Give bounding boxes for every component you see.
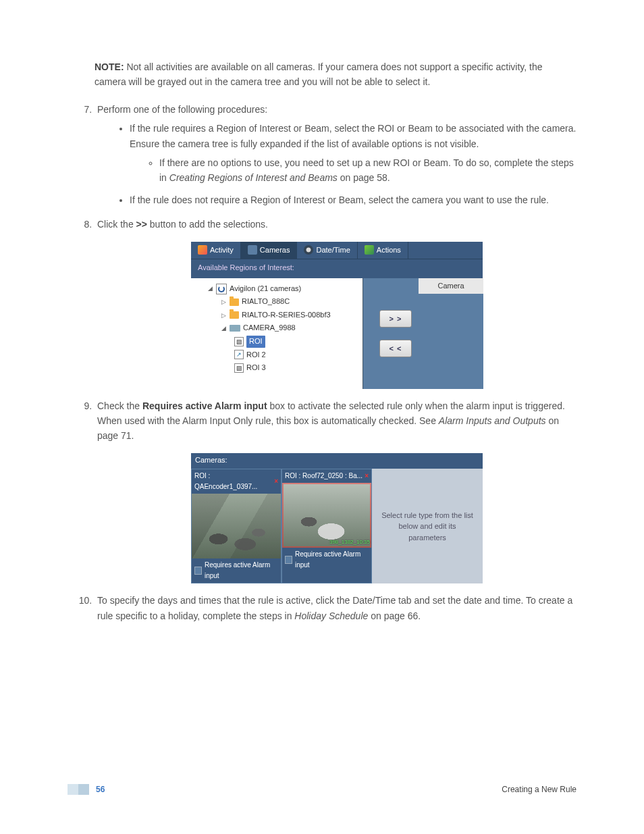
tree-r1: ROI (246, 336, 265, 348)
step-10: To specify the days and times that the r… (95, 593, 576, 623)
alarm-checkbox[interactable] (285, 556, 292, 564)
available-label: Available Regions of Interest: (191, 259, 483, 278)
step-9: Check the Requires active Alarm input bo… (95, 398, 576, 584)
tab-cameras-label: Cameras (260, 244, 290, 257)
tree-r2: ROI 2 (246, 349, 266, 361)
thumb2-footer: Requires active Alarm input (282, 548, 371, 572)
camera-thumbnail[interactable]: ROI : QAEncoder1_0397...× Requires activ… (191, 469, 281, 583)
tab-datetime-label: Date/Time (316, 244, 350, 257)
footer-section: Creating a New Rule (502, 785, 576, 794)
thumb2-title: ROI : Roof72_0250 : Ba... (285, 471, 363, 481)
tree-root-label: Avigilon (21 cameras) (230, 283, 301, 295)
step-8: Click the >> button to add the selection… (95, 217, 576, 389)
tree-n1: RIALTO_888C (242, 296, 290, 308)
link-holiday-schedule[interactable]: Holiday Schedule (294, 610, 368, 621)
roi-icon: ▨ (234, 337, 244, 346)
step-7: Perform one of the following procedures:… (95, 102, 576, 207)
cameras-header: Cameras: (191, 453, 483, 469)
s8a: Click the (97, 219, 136, 230)
tree-r3: ROI 3 (246, 362, 266, 374)
s8c: button to add the selections. (147, 219, 268, 230)
camera-icon (248, 245, 257, 255)
clock-icon (304, 245, 313, 255)
tab-bar: Activity Cameras Date/Time Actions (191, 242, 483, 260)
s7b1c1b: on page 58. (338, 172, 390, 183)
step-7-b1-text: If the rule requires a Region of Interes… (130, 123, 576, 149)
camera-column-header: Camera (419, 278, 483, 294)
link-alarm-io[interactable]: Alarm Inputs and Outputs (439, 415, 546, 426)
link-creating-roi[interactable]: Creating Regions of Interest and Beams (169, 172, 338, 183)
alarm-checkbox[interactable] (194, 567, 202, 575)
footer-decoration (68, 784, 89, 795)
expand-icon[interactable]: ▷ (221, 312, 227, 318)
roi-overlay (282, 483, 371, 548)
selection-side: Camera > > < < (363, 278, 483, 389)
thumb1-image (192, 494, 281, 558)
expand-icon[interactable]: ▷ (221, 299, 227, 305)
page-footer: 56 Creating a New Rule (68, 784, 576, 795)
collapse-icon[interactable]: ◢ (221, 325, 227, 332)
close-icon[interactable]: × (365, 471, 369, 481)
step-7-bullet-1: If the rule requires a Region of Interes… (130, 121, 576, 186)
tab-cameras[interactable]: Cameras (241, 242, 298, 259)
folder-icon (230, 311, 239, 319)
camera-thumbnail[interactable]: ROI : Roof72_0250 : Ba...× 398_1382_10:3… (281, 469, 372, 583)
step-7-bullet-2: If the rule does not require a Region of… (130, 192, 576, 207)
add-button[interactable]: > > (379, 310, 412, 328)
screenshot-cameras-panel: Cameras: ROI : QAEncoder1_0397...× Requi… (191, 453, 483, 584)
close-icon[interactable]: × (274, 476, 278, 487)
s10b: on page 66. (368, 610, 421, 621)
tab-activity[interactable]: Activity (191, 242, 241, 259)
s8b: >> (136, 219, 147, 230)
roi-tree[interactable]: ◢Avigilon (21 cameras) ▷RIALTO_888C ▷RIA… (191, 278, 483, 389)
note-text: Not all activities are available on all … (95, 61, 542, 87)
req-label: Requires active Alarm input (205, 560, 278, 581)
step-7-b1-sub: If there are no options to use, you need… (159, 155, 576, 186)
roi-icon: ▨ (234, 363, 244, 373)
timestamp: 398_1382_10:35 (329, 538, 370, 547)
s9b: Requires active Alarm input (142, 400, 267, 411)
thumb1-footer: Requires active Alarm input (192, 558, 281, 583)
screenshot-roi-selector: Activity Cameras Date/Time Actions Avail… (191, 242, 483, 389)
roi-icon: ↗ (234, 350, 244, 359)
tab-actions[interactable]: Actions (358, 242, 408, 259)
tab-actions-label: Actions (377, 244, 401, 257)
thumb2-image: 398_1382_10:35 (282, 483, 371, 548)
folder-icon (230, 298, 239, 306)
note-paragraph: NOTE: Not all activities are available o… (95, 59, 576, 90)
tree-n2: RIALTO-R-SERIES-008bf3 (242, 309, 331, 321)
activity-icon (198, 245, 207, 255)
s9a: Check the (97, 400, 142, 411)
tree-n3: CAMERA_9988 (243, 322, 296, 334)
collapse-icon[interactable]: ◢ (207, 286, 213, 292)
camera-icon (230, 325, 240, 332)
note-label: NOTE: (95, 61, 124, 72)
thumb1-title: ROI : QAEncoder1_0397... (194, 471, 274, 492)
flag-icon (365, 245, 374, 255)
req-label2: Requires active Alarm input (295, 549, 369, 571)
tab-activity-label: Activity (210, 244, 234, 257)
step-7-b2-text: If the rule does not require a Region of… (130, 194, 549, 205)
remove-button[interactable]: < < (379, 340, 412, 357)
rule-type-hint: Select rule type from the list below and… (372, 469, 483, 583)
avigilon-icon (216, 284, 227, 294)
tab-datetime[interactable]: Date/Time (297, 242, 357, 259)
step-7-text: Perform one of the following procedures: (97, 104, 267, 115)
page-number: 56 (96, 785, 105, 794)
